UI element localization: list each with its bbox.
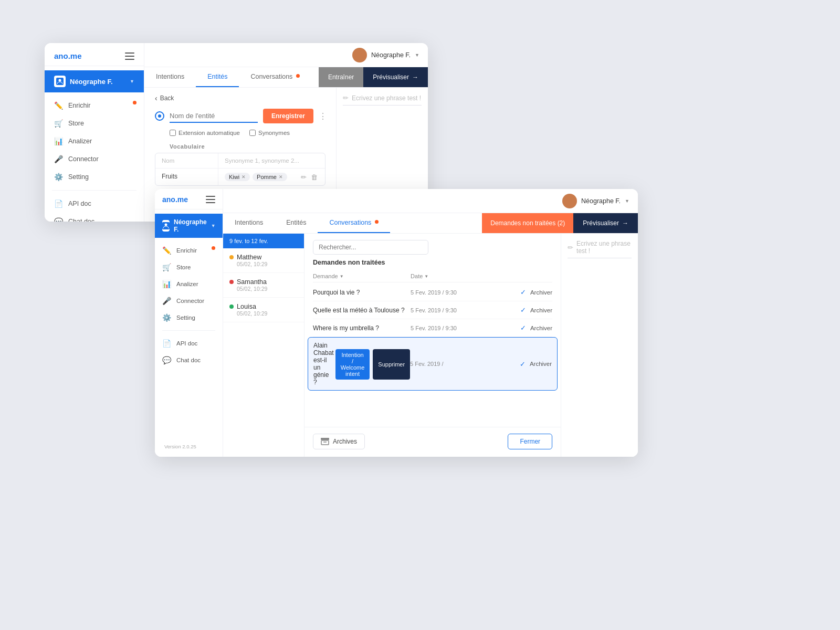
sidebar-item-chatdoc-card2[interactable]: 💬 Chat doc xyxy=(155,352,223,369)
btn-previsualiser-card1[interactable]: Prévisualiser → xyxy=(363,67,428,87)
tab-entites-card1[interactable]: Entités xyxy=(196,67,239,87)
more-options-icon[interactable]: ⋮ xyxy=(319,111,327,121)
sidebar-item-apidoc-card2[interactable]: 📄 API doc xyxy=(155,335,223,352)
btn-enregistrer[interactable]: Enregistrer xyxy=(263,109,313,123)
btn-entrainner-card1[interactable]: Entraîner xyxy=(319,67,363,87)
btn-supprimer[interactable]: Supprimer xyxy=(373,349,410,380)
arrow-right-icon-card1: → xyxy=(412,74,418,81)
user-avatar-card2 xyxy=(562,194,577,208)
demande-row-3[interactable]: Alain Chabat est-il un génie ? Intention… xyxy=(308,337,558,391)
demande-row-0[interactable]: Pourquoi la vie ? 5 Fev. 2019 / 9:30 ✓ A… xyxy=(313,284,552,301)
chevron-down-icon-card1: ▼ xyxy=(130,79,134,84)
sidebar-item-label: Connector xyxy=(68,155,99,163)
conv-footer: Archives Fermer xyxy=(304,427,561,457)
conv-search-row xyxy=(304,234,561,259)
sidebar-active-item-card2[interactable]: Néographe F. ▼ xyxy=(155,214,223,238)
status-dot-louisa xyxy=(229,304,234,309)
demande-row-2[interactable]: Where is my umbrella ? 5 Fev. 2019 / 9:3… xyxy=(313,319,552,337)
hamburger-menu-card1[interactable] xyxy=(125,52,134,60)
status-dot-matthew xyxy=(229,255,234,259)
svg-point-1 xyxy=(59,79,61,82)
sidebar-item-connector-card2[interactable]: 🎤 Connector xyxy=(155,292,223,309)
demande-row-1[interactable]: Quelle est la météo à Toulouse ? 5 Fev. … xyxy=(313,301,552,319)
demande-date-0: 5 Fev. 2019 / 9:30 xyxy=(411,289,489,296)
sidebar-active-item-card1[interactable]: Néographe F. ▼ xyxy=(45,70,144,92)
sidebar-item-label: Chat doc xyxy=(68,218,94,222)
conv-item-matthew[interactable]: Matthew 05/02, 10:29 xyxy=(223,248,304,273)
conversation-list: 9 fev. to 12 fev. Matthew 05/02, 10:29 S… xyxy=(223,234,304,457)
sidebar-item-label: Setting xyxy=(68,173,89,181)
conv-item-samantha[interactable]: Samantha 05/02, 10:29 xyxy=(223,273,304,298)
entity-name-icon xyxy=(155,111,164,121)
status-dot-samantha xyxy=(229,280,234,284)
sidebar-item-enrichir-card2[interactable]: ✏️ Enrichir xyxy=(155,242,223,259)
check-icon-2[interactable]: ✓ xyxy=(520,324,526,332)
user-name-card1: Néographe F. xyxy=(371,51,411,59)
tab-intentions-card1[interactable]: Intentions xyxy=(144,67,196,87)
tag-pomme-remove[interactable]: ✕ xyxy=(279,174,283,180)
svg-rect-7 xyxy=(321,440,329,445)
sidebar-item-store-card1[interactable]: 🛒 Store xyxy=(45,114,144,132)
hamburger-menu-card2[interactable] xyxy=(206,196,215,203)
sidebar-footer-card2: Version 2.0.25 xyxy=(155,438,223,457)
main-area-card2: Néographe F. ▼ Intentions Entités Conver… xyxy=(223,189,638,457)
sidebar-item-connector-card1[interactable]: 🎤 Connector xyxy=(45,150,144,168)
entity-name-input[interactable] xyxy=(170,110,258,123)
btn-intention[interactable]: Intention / Welcome intent xyxy=(335,349,370,380)
preview-edit-icon-card1: ✏ xyxy=(343,94,349,102)
btn-fermer[interactable]: Fermer xyxy=(508,434,552,449)
check-icon-1[interactable]: ✓ xyxy=(520,306,526,314)
sidebar-item-store-card2[interactable]: 🛒 Store xyxy=(155,259,223,276)
version-label-card2: Version 2.0.25 xyxy=(164,444,196,449)
sidebar-card2: ano.me Néographe F. ▼ ✏️ Enrichir 🛒 Stor… xyxy=(155,189,223,457)
conv-badge-card2 xyxy=(375,220,379,224)
tab-intentions-card2[interactable]: Intentions xyxy=(223,213,275,233)
top-header-card2: Néographe F. ▼ xyxy=(223,189,638,213)
tab-conversations-card2[interactable]: Conversations xyxy=(318,213,390,233)
archive-link-0[interactable]: Archiver xyxy=(530,289,552,296)
archive-link-3[interactable]: Archiver xyxy=(530,361,552,367)
btn-archives[interactable]: Archives xyxy=(313,434,365,449)
archive-link-2[interactable]: Archiver xyxy=(530,325,552,331)
vocab-data-row: Fruits Kiwi ✕ Pomme ✕ ✏ xyxy=(155,169,325,185)
tag-kiwi-remove[interactable]: ✕ xyxy=(242,174,246,180)
sidebar-item-chatdoc-card1[interactable]: 💬 Chat doc xyxy=(45,213,144,222)
tab-entites-card2[interactable]: Entités xyxy=(275,213,318,233)
edit-row-icon[interactable]: ✏ xyxy=(301,173,307,181)
search-input-conv[interactable] xyxy=(313,240,428,255)
back-arrow-icon: ‹ xyxy=(155,94,158,102)
demandes-header: Demandes non traitées xyxy=(313,259,552,266)
preview-edit-icon-card2: ✏ xyxy=(568,244,573,251)
sidebar-item-label: Store xyxy=(68,120,84,127)
sidebar-item-setting-card2[interactable]: ⚙️ Setting xyxy=(155,309,223,326)
btn-demandes-card2[interactable]: Demandes non traitées (2) xyxy=(482,213,573,233)
sidebar-item-analizer-card1[interactable]: 📊 Analizer xyxy=(45,132,144,150)
checkbox-extension[interactable]: Extension automatique xyxy=(170,130,240,136)
tag-pomme: Pomme ✕ xyxy=(253,173,287,181)
archive-link-1[interactable]: Archiver xyxy=(530,307,552,313)
check-icon-0[interactable]: ✓ xyxy=(520,288,526,296)
back-link-card1[interactable]: ‹ Back xyxy=(155,94,326,102)
demande-text-3: Alain Chabat est-il un génie ? Intention… xyxy=(313,342,410,386)
delete-row-icon[interactable]: 🗑 xyxy=(311,173,318,181)
avatar-icon-card1 xyxy=(54,76,66,87)
demande-actions-2: ✓ Archiver xyxy=(489,324,552,332)
conv-date-header: 9 fev. to 12 fev. xyxy=(223,234,304,248)
btn-previsualiser-card2[interactable]: Prévisualiser → xyxy=(573,213,638,233)
conv-item-louisa[interactable]: Louisa 05/02, 10:29 xyxy=(223,298,304,322)
top-header-right-card1: Néographe F. ▼ xyxy=(352,48,419,62)
window-card-2: ano.me Néographe F. ▼ ✏️ Enrichir 🛒 Stor… xyxy=(155,189,638,457)
demande-actions-3: ✓ Archiver xyxy=(489,360,552,368)
check-icon-3[interactable]: ✓ xyxy=(520,360,526,368)
tab-conversations-card1[interactable]: Conversations xyxy=(239,67,311,87)
sidebar-item-analizer-card2[interactable]: 📊 Analizer xyxy=(155,276,223,292)
sidebar-item-apidoc-card1[interactable]: 📄 API doc xyxy=(45,195,144,213)
vocab-row-actions: ✏ 🗑 xyxy=(293,169,325,185)
sidebar-item-enrichir-card1[interactable]: ✏️ Enrichir xyxy=(45,97,144,114)
checkbox-synonymes[interactable]: Synonymes xyxy=(249,130,290,136)
connector-icon-card1: 🎤 xyxy=(54,155,63,163)
store-icon-card2: 🛒 xyxy=(162,263,171,271)
demandes-table-header: Demande ▼ Date ▼ xyxy=(313,270,552,282)
preview-area-card2: ✏ Ecrivez une phrase test ! xyxy=(561,234,638,457)
sidebar-item-setting-card1[interactable]: ⚙️ Setting xyxy=(45,168,144,186)
